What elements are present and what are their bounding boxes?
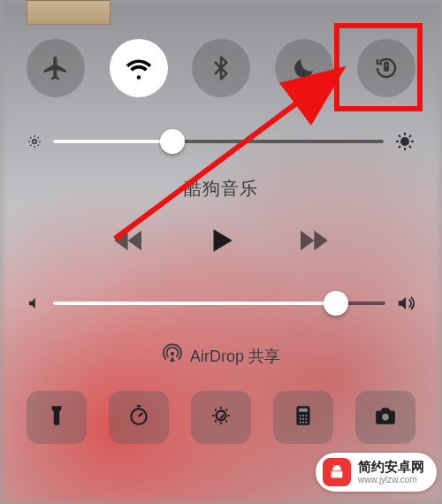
svg-point-2 bbox=[401, 138, 408, 145]
svg-point-5 bbox=[217, 411, 226, 421]
control-center-panel: 酷狗音乐 bbox=[0, 0, 442, 504]
airplane-icon bbox=[42, 54, 70, 82]
watermark-logo bbox=[323, 458, 351, 486]
airplane-mode-toggle[interactable] bbox=[27, 39, 85, 97]
camera-icon bbox=[374, 404, 397, 431]
wifi-icon bbox=[126, 55, 152, 81]
svg-rect-0 bbox=[384, 66, 389, 72]
previous-track-button[interactable] bbox=[114, 228, 144, 256]
volume-high-icon bbox=[396, 294, 415, 313]
orientation-lock-icon bbox=[373, 55, 400, 81]
wifi-toggle[interactable] bbox=[110, 39, 168, 97]
calculator-icon bbox=[292, 404, 315, 431]
svg-point-14 bbox=[300, 422, 301, 424]
airdrop-label: AirDrop 共享 bbox=[190, 346, 280, 367]
next-track-button[interactable] bbox=[298, 228, 328, 256]
volume-low-icon bbox=[27, 295, 42, 311]
svg-point-3 bbox=[171, 352, 174, 355]
timer-button[interactable] bbox=[109, 391, 169, 444]
timer-icon bbox=[127, 404, 150, 431]
svg-point-1 bbox=[33, 140, 37, 144]
brightness-fill bbox=[53, 140, 172, 143]
volume-track[interactable] bbox=[53, 302, 385, 305]
bluetooth-icon bbox=[208, 55, 234, 81]
rewind-icon bbox=[114, 228, 144, 256]
calculator-button[interactable] bbox=[273, 391, 333, 444]
watermark-badge: 简约安卓网 www.jylzw.com bbox=[316, 453, 437, 492]
svg-point-9 bbox=[302, 415, 304, 416]
now-playing-label: 酷狗音乐 bbox=[0, 177, 442, 201]
brightness-low-icon bbox=[27, 134, 42, 149]
svg-point-13 bbox=[305, 418, 307, 420]
svg-point-11 bbox=[300, 418, 301, 420]
airdrop-button[interactable]: AirDrop 共享 bbox=[0, 343, 442, 369]
airdrop-icon bbox=[162, 343, 183, 369]
brightness-track[interactable] bbox=[53, 140, 384, 143]
orientation-lock-toggle[interactable] bbox=[357, 39, 415, 97]
flashlight-button[interactable] bbox=[27, 391, 87, 444]
volume-slider[interactable] bbox=[27, 294, 415, 313]
do-not-disturb-toggle[interactable] bbox=[275, 39, 333, 97]
svg-point-15 bbox=[302, 422, 304, 424]
bluetooth-toggle[interactable] bbox=[192, 39, 250, 97]
svg-point-12 bbox=[302, 418, 304, 420]
play-icon bbox=[206, 225, 236, 259]
watermark-title: 简约安卓网 bbox=[358, 460, 424, 475]
svg-point-16 bbox=[305, 422, 307, 424]
volume-fill bbox=[53, 302, 336, 305]
moon-icon bbox=[291, 55, 317, 81]
media-controls bbox=[0, 225, 442, 259]
svg-point-10 bbox=[305, 415, 307, 416]
watermark-url: www.jylzw.com bbox=[358, 475, 424, 485]
volume-thumb[interactable] bbox=[324, 291, 348, 316]
svg-rect-7 bbox=[299, 409, 308, 412]
night-shift-icon bbox=[210, 404, 232, 431]
brightness-high-icon bbox=[394, 131, 415, 152]
camera-button[interactable] bbox=[355, 391, 415, 444]
night-shift-button[interactable] bbox=[191, 391, 251, 444]
svg-point-17 bbox=[382, 414, 389, 421]
shortcut-row bbox=[27, 391, 415, 444]
brightness-slider[interactable] bbox=[27, 131, 415, 152]
brightness-thumb[interactable] bbox=[160, 129, 185, 154]
play-button[interactable] bbox=[206, 225, 236, 259]
flashlight-icon bbox=[45, 404, 68, 431]
svg-point-8 bbox=[300, 415, 301, 416]
toggle-row bbox=[27, 39, 415, 97]
forward-icon bbox=[298, 228, 328, 256]
